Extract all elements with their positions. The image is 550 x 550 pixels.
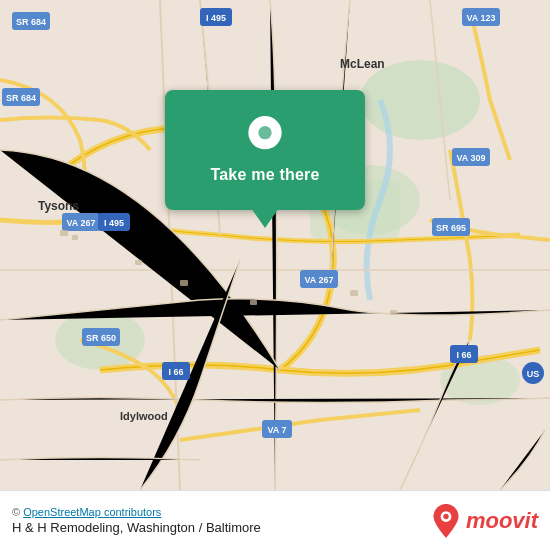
svg-text:I 66: I 66: [456, 350, 471, 360]
location-text: H & H Remodeling, Washington / Baltimore: [12, 520, 261, 535]
svg-text:Idylwood: Idylwood: [120, 410, 168, 422]
svg-text:SR 650: SR 650: [86, 333, 116, 343]
svg-text:VA 123: VA 123: [466, 13, 495, 23]
svg-text:VA 7: VA 7: [267, 425, 286, 435]
moovit-logo: moovit: [432, 504, 538, 538]
svg-text:US: US: [527, 369, 540, 379]
svg-text:VA 267: VA 267: [304, 275, 333, 285]
take-me-there-button[interactable]: Take me there: [210, 166, 319, 184]
svg-rect-41: [135, 260, 142, 265]
svg-text:I 495: I 495: [206, 13, 226, 23]
location-pin-icon: [245, 116, 285, 156]
map-popup: Take me there: [165, 90, 365, 210]
svg-text:SR 695: SR 695: [436, 223, 466, 233]
moovit-brand-name: moovit: [466, 508, 538, 534]
moovit-logo-pin-icon: [432, 504, 460, 538]
svg-text:VA 267: VA 267: [66, 218, 95, 228]
svg-rect-42: [180, 280, 188, 286]
svg-text:McLean: McLean: [340, 57, 385, 71]
svg-text:SR 684: SR 684: [16, 17, 46, 27]
svg-rect-44: [350, 290, 358, 296]
svg-rect-39: [60, 230, 68, 236]
svg-rect-43: [250, 300, 257, 305]
svg-text:Tysons: Tysons: [38, 199, 79, 213]
footer-left: © OpenStreetMap contributors H & H Remod…: [12, 506, 261, 535]
svg-text:I 495: I 495: [104, 218, 124, 228]
map-area: SR 684 I 495 VA 123 VA 267 SR 684 I 495 …: [0, 0, 550, 490]
svg-rect-40: [72, 235, 78, 240]
copyright-text: © OpenStreetMap contributors: [12, 506, 261, 518]
svg-text:VA 309: VA 309: [456, 153, 485, 163]
osm-link[interactable]: OpenStreetMap contributors: [23, 506, 161, 518]
svg-point-1: [360, 60, 480, 140]
svg-point-49: [443, 513, 448, 518]
svg-rect-45: [390, 310, 397, 315]
svg-text:SR 684: SR 684: [6, 93, 36, 103]
footer: © OpenStreetMap contributors H & H Remod…: [0, 490, 550, 550]
svg-text:I 66: I 66: [168, 367, 183, 377]
popup-box: Take me there: [165, 90, 365, 210]
